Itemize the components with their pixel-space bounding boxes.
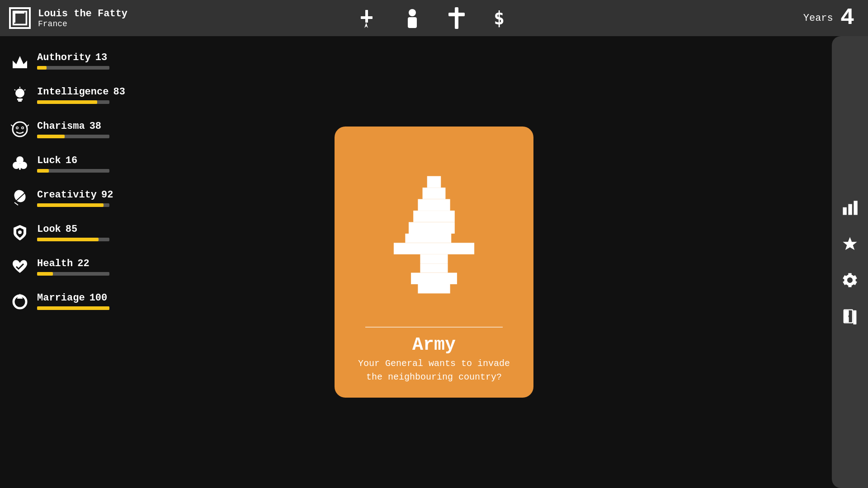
stat-bar-bg-intelligence: [37, 100, 109, 104]
svg-point-12: [15, 89, 24, 98]
stat-name-marriage: Marriage: [37, 292, 85, 304]
stat-bar-fill-charisma: [37, 135, 65, 138]
stat-bar-fill-intelligence: [37, 100, 97, 104]
svg-rect-41: [394, 243, 474, 254]
svg-rect-11: [13, 66, 27, 68]
stat-name-intelligence: Intelligence: [37, 86, 108, 98]
stat-name-luck: Luck: [37, 155, 61, 166]
app-icon: [9, 7, 31, 29]
stat-value-marriage: 100: [90, 292, 108, 304]
svg-rect-14: [18, 100, 22, 102]
stat-value-creativity: 92: [101, 189, 113, 201]
svg-rect-40: [405, 234, 451, 243]
topbar-title: Louis the Fatty France: [38, 8, 127, 28]
svg-rect-35: [427, 176, 441, 187]
stat-row-charisma: Charisma38: [9, 118, 136, 140]
stat-bar-fill-marriage: [37, 306, 109, 310]
svg-rect-52: [844, 310, 849, 322]
stat-row-intelligence: Intelligence83: [9, 84, 136, 106]
stat-value-intelligence: 83: [113, 86, 125, 98]
svg-point-31: [18, 230, 22, 234]
svg-rect-45: [418, 284, 450, 293]
svg-rect-39: [409, 222, 455, 233]
stat-bar-fill-health: [37, 272, 53, 276]
card-sword-icon: [375, 170, 493, 297]
stat-bar-bg-marriage: [37, 306, 109, 310]
stat-value-health: 22: [77, 258, 89, 269]
svg-rect-42: [420, 254, 448, 263]
svg-point-20: [17, 127, 18, 129]
stat-name-look: Look: [37, 224, 61, 235]
stat-value-charisma: 38: [90, 121, 101, 132]
card-container[interactable]: Army Your General wants to invadethe nei…: [335, 127, 533, 398]
star-icon[interactable]: [840, 234, 860, 254]
stat-bar-fill-authority: [37, 66, 47, 70]
face-icon: [9, 118, 31, 140]
stat-row-creativity: Creativity92: [9, 187, 136, 209]
right-sidebar: [832, 36, 868, 488]
svg-point-53: [848, 315, 850, 318]
svg-rect-46: [843, 207, 846, 215]
stat-row-look: Look85: [9, 221, 136, 243]
svg-point-26: [20, 162, 27, 169]
svg-rect-13: [17, 99, 23, 100]
svg-rect-36: [423, 188, 446, 199]
svg-line-22: [11, 125, 13, 127]
svg-rect-54: [853, 310, 856, 324]
svg-rect-8: [448, 13, 465, 16]
topbar-left: Louis the Fatty France: [9, 7, 127, 29]
svg-point-25: [13, 162, 20, 169]
card-icon-area: [375, 145, 493, 322]
cross-icon: [448, 7, 465, 29]
svg-point-5: [409, 9, 416, 16]
ring-icon: [9, 290, 31, 312]
stat-bar-bg-luck: [37, 169, 109, 173]
topbar: Louis the Fatty France: [0, 0, 868, 36]
topbar-years: Years 4: [803, 6, 854, 30]
svg-rect-47: [848, 204, 852, 215]
svg-rect-27: [19, 164, 21, 170]
feather-icon: [9, 187, 31, 209]
topbar-icons: $: [356, 7, 512, 29]
svg-rect-38: [413, 211, 455, 222]
stat-bar-bg-health: [37, 272, 109, 276]
stat-bar-bg-authority: [37, 66, 109, 70]
stat-row-marriage: Marriage100: [9, 290, 136, 312]
stat-row-authority: Authority13: [9, 50, 136, 71]
stat-value-luck: 16: [66, 155, 77, 166]
svg-marker-10: [13, 56, 27, 66]
stat-bar-fill-look: [37, 238, 99, 241]
svg-line-17: [14, 89, 15, 90]
stat-name-authority: Authority: [37, 52, 91, 63]
bar-chart-icon[interactable]: [840, 198, 860, 218]
country-name: France: [38, 19, 127, 28]
years-value: 4: [840, 6, 854, 30]
svg-line-30: [14, 202, 18, 205]
stat-bar-fill-luck: [37, 169, 49, 173]
heart-icon: [9, 256, 31, 277]
bulb-icon: [9, 84, 31, 106]
door-icon[interactable]: [840, 306, 860, 326]
gear-icon[interactable]: [840, 270, 860, 290]
svg-rect-6: [408, 17, 417, 28]
svg-line-23: [27, 125, 29, 127]
character-name: Louis the Fatty: [38, 8, 127, 19]
card-description: Your General wants to invadethe neighbou…: [354, 357, 514, 384]
left-sidebar: Authority13Intelligence83Charisma38Luck1…: [0, 36, 145, 488]
stat-bar-bg-creativity: [37, 203, 109, 207]
person-icon: [403, 8, 421, 28]
sword-icon: [356, 8, 376, 28]
svg-marker-4: [364, 23, 368, 28]
svg-marker-49: [843, 237, 857, 250]
card-title: Army: [412, 335, 456, 355]
svg-line-16: [24, 89, 25, 90]
svg-rect-37: [418, 199, 450, 210]
svg-rect-7: [455, 7, 458, 29]
stat-name-charisma: Charisma: [37, 121, 85, 132]
shield-icon: [9, 221, 31, 243]
stat-value-look: 85: [66, 224, 77, 235]
stat-value-authority: 13: [95, 52, 107, 63]
stat-bar-bg-look: [37, 238, 109, 241]
years-label: Years: [803, 13, 833, 24]
game-card[interactable]: Army Your General wants to invadethe nei…: [335, 127, 533, 398]
